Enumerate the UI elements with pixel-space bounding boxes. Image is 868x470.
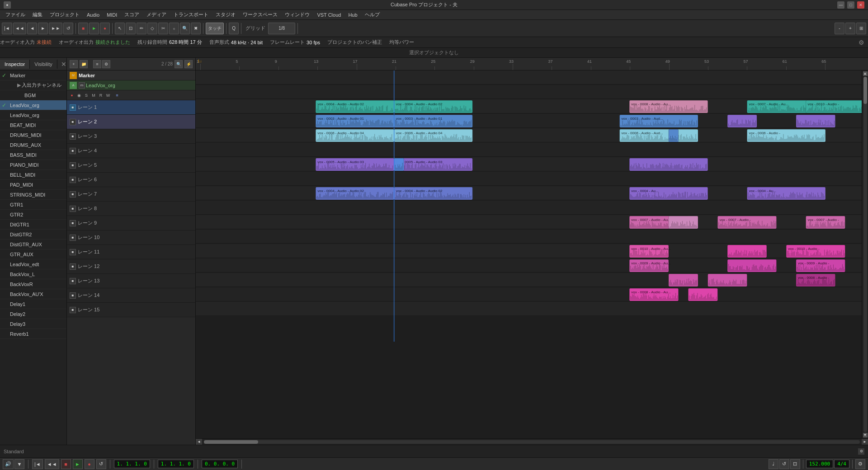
toolbar-zoom-in[interactable]: + (845, 23, 855, 34)
track-item-distgtr-aux[interactable]: DistGTR_AUX (0, 240, 66, 249)
track-item-ditgtr1[interactable]: DitGTR1 (0, 220, 66, 230)
scroll-up-btn[interactable]: ▲ (863, 71, 868, 76)
track-item-gtr1[interactable]: GTR1 (0, 200, 66, 210)
lane-row-4[interactable]: ■ レーン 4 (67, 144, 195, 158)
lane-13-mute[interactable]: ■ (70, 278, 76, 284)
scroll-thumb-v[interactable] (863, 77, 867, 104)
track-item-piano[interactable]: PIANO_MIDI (0, 160, 66, 170)
menu-project[interactable]: プロジェクト (46, 10, 83, 19)
scroll-down-btn[interactable]: ▼ (863, 433, 868, 437)
track-item-leadvox1[interactable]: ✓ LeadVox_org (0, 100, 66, 110)
toolbar-forward[interactable]: ► (38, 23, 48, 34)
toolbar-cycle[interactable]: ↺ (63, 23, 73, 34)
search-tracks-btn[interactable]: 🔍 (175, 60, 183, 68)
lane-row-15[interactable]: ■ レーン 15 (67, 303, 195, 317)
minimize-button[interactable]: — (837, 1, 844, 9)
track-row-leadvox[interactable]: A m LeadVox_org (67, 80, 195, 90)
transport-tempo[interactable]: 152.000 (806, 460, 833, 468)
transport-position-2[interactable]: 1. 1. 1. 0 (158, 460, 194, 468)
track-item-drums[interactable]: DRUMS_MIDI (0, 130, 66, 140)
leadvox-lanes-btn[interactable]: ≡ (114, 92, 120, 99)
transport-cycle-btn[interactable]: ↺ (96, 459, 106, 469)
leadvox-solo-btn[interactable]: S (83, 92, 90, 99)
menu-vst-cloud[interactable]: VST Cloud (313, 11, 344, 19)
lane-row-6[interactable]: ■ レーン 6 (67, 173, 195, 187)
lane-9-mute[interactable]: ■ (70, 220, 76, 226)
toolbar-tool-erase[interactable]: ◇ (147, 23, 157, 34)
track-item-bgm[interactable]: BGM (0, 90, 66, 100)
timeline-ruler[interactable]: 1↓ 1591317212529333741454953576165 (196, 58, 868, 70)
menu-score[interactable]: スコア (121, 10, 143, 19)
lane-15-mute[interactable]: ■ (70, 307, 76, 313)
footer-settings-btn[interactable]: ⚙ (858, 448, 864, 455)
transport-rewind[interactable]: ◄◄ (45, 459, 59, 469)
transport-time-sig[interactable]: 4/4 (834, 460, 849, 468)
toolbar-tool-range[interactable]: ⊡ (126, 23, 136, 34)
leadvox-mute-btn2[interactable]: M (90, 92, 97, 99)
lane-6-mute[interactable]: ■ (70, 177, 76, 183)
lane-11-mute[interactable]: ■ (70, 249, 76, 255)
track-item-backvoxr[interactable]: BackVoxR (0, 279, 66, 289)
settings-transport-btn[interactable]: ⚙ (855, 459, 865, 469)
toolbar-next-marker[interactable]: ►► (49, 23, 62, 34)
metronome-btn[interactable]: ♩ (769, 459, 778, 469)
track-item-pad[interactable]: PAD_MIDI (0, 180, 66, 190)
toolbar-tool-draw[interactable]: ✏ (137, 23, 146, 34)
menu-edit[interactable]: 編集 (29, 10, 46, 19)
menu-window[interactable]: ウィンドウ (281, 10, 313, 19)
toolbar-zoom-out[interactable]: - (835, 23, 844, 34)
track-filter-btn[interactable]: ⚡ (184, 60, 193, 68)
toolbar-quantize-btn[interactable]: Q (229, 23, 239, 34)
lane-10-mute[interactable]: ■ (70, 235, 76, 241)
track-settings-btn[interactable]: ⚙ (102, 60, 110, 68)
track-item-bass[interactable]: BASS_MIDI (0, 150, 66, 160)
leadvox-read-btn[interactable]: R (98, 92, 104, 99)
scrollbar-track[interactable] (204, 440, 860, 444)
track-item-io[interactable]: ▶ 入出力チャンネル (0, 80, 66, 90)
vertical-scrollbar[interactable]: ▲ ▼ (862, 70, 868, 438)
toolbar-rewind[interactable]: ◄ (27, 23, 37, 34)
lane-row-2[interactable]: ■ レーン 2 (67, 115, 195, 129)
punch-btn[interactable]: ⊡ (790, 459, 800, 469)
scroll-right-btn[interactable]: ► (862, 439, 868, 445)
toolbar-prev-marker[interactable]: ◄◄ (13, 23, 27, 34)
menu-media[interactable]: メディア (143, 10, 170, 19)
monitor-level-btn[interactable]: 🔊 (3, 459, 14, 469)
toolbar-touch-label[interactable]: タッチ (206, 23, 224, 34)
tab-visibility[interactable]: Visibility (30, 60, 57, 69)
track-row-marker[interactable]: M Marker (67, 70, 195, 80)
lane-row-5[interactable]: ■ レーン 5 (67, 158, 195, 173)
leadvox-monitor-btn[interactable]: ◉ (76, 92, 82, 99)
menu-midi[interactable]: MIDI (103, 11, 121, 19)
lane-1-mute[interactable]: ■ (70, 104, 76, 111)
lane-row-12[interactable]: ■ レーン 12 (67, 259, 195, 274)
toolbar-play[interactable]: ► (89, 23, 99, 34)
lane-row-1[interactable]: ■ レーン 1 (67, 100, 195, 115)
track-item-delay1[interactable]: Delay1 (0, 299, 66, 309)
toolbar-tool-zoom[interactable]: 🔍 (180, 23, 190, 34)
lane-row-7[interactable]: ■ レーン 7 (67, 187, 195, 202)
track-item-marker[interactable]: ✓ Marker (0, 70, 66, 80)
menu-file[interactable]: ファイル (2, 10, 29, 19)
track-item-beat[interactable]: BEAT_MIDI (0, 120, 66, 130)
track-item-delay2[interactable]: Delay2 (0, 309, 66, 319)
lane-7-mute[interactable]: ■ (70, 191, 76, 197)
menu-workspace[interactable]: ワークスペース (239, 10, 281, 19)
lane-row-3[interactable]: ■ レーン 3 (67, 129, 195, 144)
monitor-select-btn[interactable]: ▼ (14, 459, 24, 469)
menu-help[interactable]: ヘルプ (361, 10, 383, 19)
track-item-leadvox2[interactable]: LeadVox_org (0, 110, 66, 120)
transport-position-3[interactable]: 0. 0. 0. 0 (202, 460, 238, 468)
toolbar-stop[interactable]: ■ (78, 23, 88, 34)
timeline-tracks[interactable]: vox - 0004 - Audio - Audio 02vox - 0004 … (196, 70, 868, 438)
lane-row-8[interactable]: ■ レーン 8 (67, 202, 195, 216)
lane-14-mute[interactable]: ■ (70, 292, 76, 299)
menu-hub[interactable]: Hub (344, 11, 361, 19)
folder-button[interactable]: 📁 (80, 60, 88, 68)
track-item-delay3[interactable]: Delay3 (0, 319, 66, 329)
scrollbar-thumb[interactable] (204, 440, 258, 444)
track-item-backvox-aux[interactable]: BackVox_AU'X (0, 289, 66, 299)
toolbar-back-to-start[interactable]: |◄ (2, 23, 12, 34)
track-item-reverb1[interactable]: Reverb1 (0, 329, 66, 339)
lane-8-mute[interactable]: ■ (70, 206, 76, 212)
